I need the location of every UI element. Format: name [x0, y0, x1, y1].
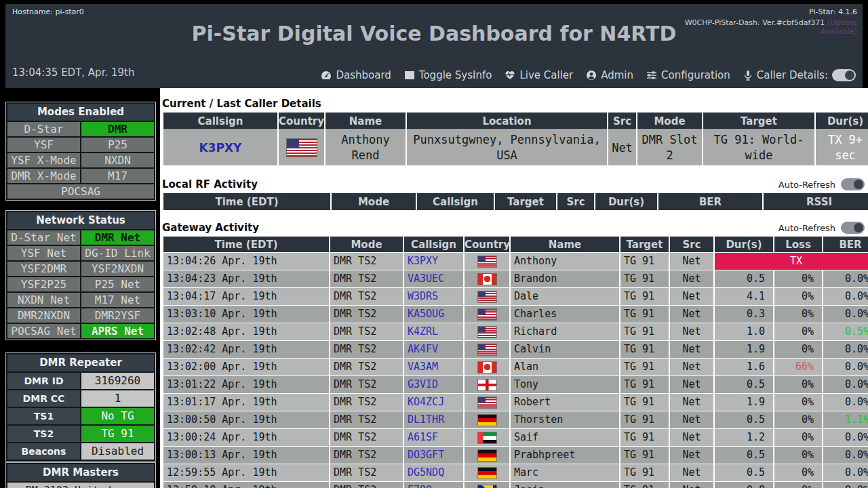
cell-duration: 1.6: [715, 359, 773, 375]
nav-toggle-sysinfo[interactable]: Toggle SysInfo: [404, 69, 492, 81]
heart-pulse-icon: [505, 70, 515, 81]
cell-callsign-link[interactable]: K4ZRL: [404, 323, 463, 340]
cell-src: Net: [670, 376, 713, 393]
mode-dmr: DMR: [81, 122, 154, 136]
cell-duration: 0.5: [715, 447, 773, 464]
col-name: Name: [511, 237, 619, 252]
cell-target: TG 91: [620, 253, 669, 270]
cell-mode: DMR TS2: [330, 394, 403, 411]
cell-target: TG 91: [620, 306, 669, 323]
cell-callsign-link[interactable]: VA3UEC: [404, 270, 463, 287]
cell-target: TG 91: [620, 288, 669, 305]
cell-time: 13:02:42 Apr. 19th: [163, 341, 329, 358]
gateway-row: 12:59:18 Apr. 19thDMR TS2E79QJosipTG 91N…: [163, 482, 868, 488]
cell-time: 13:04:23 Apr. 19th: [163, 270, 329, 287]
cell-loss: 0%: [774, 447, 822, 464]
network-ysf2p25: YSF2P25: [7, 277, 80, 291]
cell-time: 13:04:26 Apr. 19th: [163, 253, 329, 270]
repeater-label-ts2: TS2: [7, 426, 80, 442]
cell-duration: 0.5: [715, 270, 773, 287]
cell-callsign-link[interactable]: G3VID: [404, 376, 463, 393]
cell-callsign-link[interactable]: W3DRS: [404, 288, 463, 305]
cell-callsign-link[interactable]: DO3GFT: [404, 447, 463, 464]
cell-ber: 0.0%: [823, 376, 868, 393]
cell-callsign-link[interactable]: K3PXY: [404, 253, 463, 270]
nav-dashboard[interactable]: Dashboard: [321, 69, 391, 81]
nav-configuration[interactable]: Configuration: [646, 69, 730, 81]
dmr-repeater-panel: DMR Repeater DMR ID3169260DMR CC1TS1No T…: [5, 352, 156, 462]
gateway-auto-refresh-toggle[interactable]: [841, 222, 865, 234]
cell-time: 13:03:10 Apr. 19th: [163, 306, 329, 323]
col-src: Src: [608, 113, 636, 129]
gateway-row: 13:00:24 Apr. 19thDMR TS2A61SFSaifTG 91N…: [163, 429, 868, 446]
col-callsign: Callsign: [404, 237, 463, 252]
col-country: Country: [279, 113, 324, 129]
nav-live-caller-label: Live Caller: [519, 69, 573, 81]
gateway-row: 13:04:17 Apr. 19thDMR TS2W3DRSDaleTG 91N…: [163, 288, 868, 305]
cell-callsign-link[interactable]: VA3AM: [404, 359, 463, 375]
cell-ber: 0.0%: [823, 394, 868, 411]
cell-callsign-link[interactable]: AK4FV: [404, 341, 463, 358]
gateway-row: 13:01:17 Apr. 19thDMR TS2KO4ZCJRobertTG …: [163, 394, 868, 411]
repeater-value-ts2: TG 91: [81, 426, 154, 442]
auto-refresh-label: Auto-Refresh: [778, 180, 835, 190]
flag-us-icon: [287, 139, 317, 157]
user-circle-icon: [586, 70, 597, 81]
caller-callsign-link[interactable]: K3PXY: [163, 130, 277, 165]
cell-callsign-link[interactable]: E79Q: [404, 482, 463, 488]
flag-us-icon: [478, 397, 496, 408]
cell-loss: 0%: [774, 341, 822, 358]
flag-us-icon: [478, 327, 496, 338]
cell-ber: 0.0%: [823, 482, 868, 488]
modes-enabled-panel: Modes Enabled D-StarDMRYSFP25YSF X-ModeN…: [5, 102, 156, 201]
nav-live-caller[interactable]: Live Caller: [505, 69, 573, 81]
flag-bosnia-icon: [478, 485, 496, 488]
cell-time: 13:04:17 Apr. 19th: [163, 288, 329, 305]
gateway-row: 13:04:23 Apr. 19thDMR TS2VA3UECBrandonTG…: [163, 270, 868, 287]
cell-callsign-link[interactable]: KA5OUG: [404, 306, 463, 323]
cell-name: Marc: [511, 464, 619, 481]
dmr-masters-panel: DMR Masters BM 3102 United ...: [5, 462, 156, 488]
cell-callsign-link[interactable]: A61SF: [404, 429, 463, 446]
nav-admin[interactable]: Admin: [586, 69, 633, 81]
cell-country: [465, 482, 509, 488]
main-content: Current / Last Caller Details Callsign C…: [160, 88, 868, 488]
cell-duration: 4.1: [715, 288, 773, 305]
col-callsign: Callsign: [163, 113, 277, 129]
caller-details-toggle[interactable]: [832, 69, 856, 81]
cell-country: [465, 253, 509, 270]
cell-time: 13:02:00 Apr. 19th: [163, 359, 329, 375]
cell-callsign-link[interactable]: DG5NDQ: [404, 464, 463, 481]
cell-src: Net: [670, 288, 713, 305]
table-grid-icon: [404, 70, 415, 81]
cell-ber: 0.5%: [823, 323, 868, 340]
caller-target: TG 91: World-wide: [703, 130, 814, 165]
cell-src: Net: [670, 394, 713, 411]
clock: 13:04:35 EDT, Apr. 19th: [12, 66, 134, 79]
network-ysf2nxdn: YSF2NXDN: [81, 262, 154, 276]
repeater-label-dmr-id: DMR ID: [7, 373, 80, 389]
cell-ber: 1.1%: [823, 411, 868, 428]
cell-loss: 0%: [774, 411, 822, 428]
local-rf-header-row: Time (EDT) Mode Callsign Target Src Dur(…: [163, 193, 868, 210]
col-callsign: Callsign: [417, 193, 494, 210]
cell-target: TG 91: [620, 270, 669, 287]
col-mode: Mode: [330, 237, 403, 252]
col-time: Time (EDT): [163, 193, 330, 210]
cell-mode: DMR TS2: [330, 447, 403, 464]
cell-time: 13:01:17 Apr. 19th: [163, 394, 329, 411]
local-rf-title: Local RF Activity: [162, 178, 258, 190]
gateway-activity-table: Time (EDT) Mode Callsign Country Name Ta…: [162, 236, 868, 488]
cell-name: Brandon: [511, 270, 619, 287]
local-rf-auto-refresh-toggle[interactable]: [841, 178, 865, 190]
cell-mode: DMR TS2: [330, 306, 403, 323]
cell-callsign-link[interactable]: DL1THR: [404, 411, 463, 428]
cell-callsign-link[interactable]: KO4ZCJ: [404, 394, 463, 411]
cell-name: Alan: [511, 359, 619, 375]
toggle-knob: [854, 180, 863, 189]
cell-src: Net: [670, 306, 713, 323]
local-rf-table: Time (EDT) Mode Callsign Target Src Dur(…: [162, 192, 868, 211]
flag-uae-icon: [478, 432, 496, 443]
cell-mode: DMR TS2: [330, 482, 403, 488]
network-dmr-net: DMR Net: [81, 230, 154, 245]
